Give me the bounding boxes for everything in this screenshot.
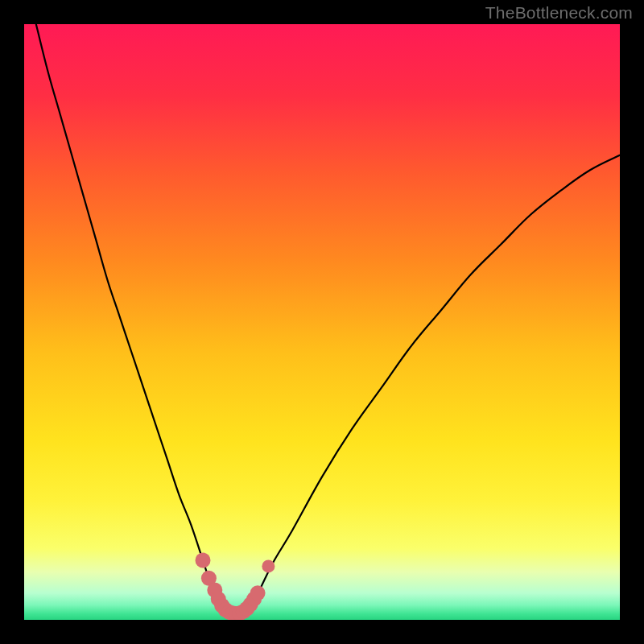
marker-dot [196,553,211,568]
watermark: TheBottleneck.com [485,3,633,23]
marker-dot [250,585,266,601]
marker-dot-extra [262,559,275,572]
chart-area [24,24,620,620]
app-frame: TheBottleneck.com [0,0,644,644]
chart-svg [24,24,620,620]
gradient-background [24,24,620,620]
